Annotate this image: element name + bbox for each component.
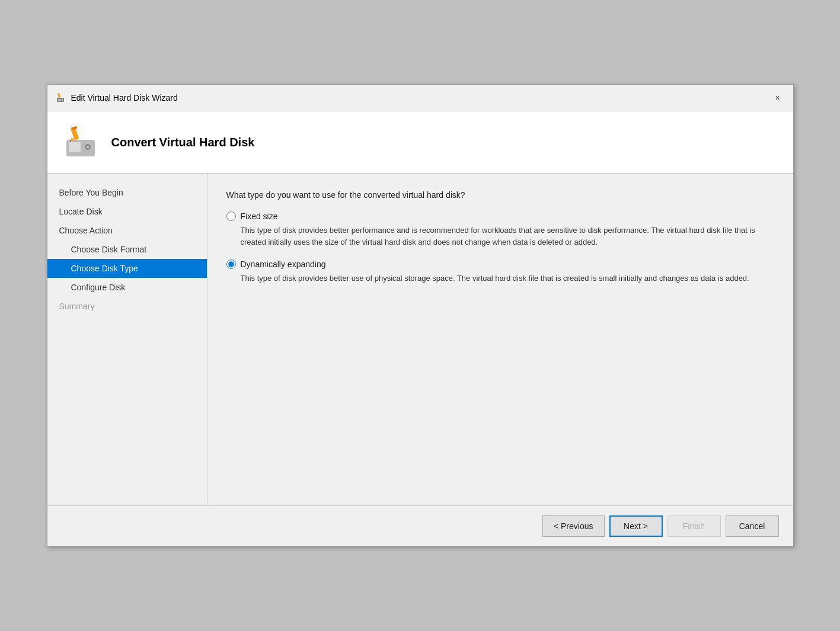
finish-button: Finish: [667, 515, 721, 537]
dynamically-expanding-label[interactable]: Dynamically expanding: [226, 260, 774, 269]
svg-point-8: [87, 146, 89, 148]
header-section: Convert Virtual Hard Disk: [47, 111, 793, 174]
fixed-size-option: Fixed size This type of disk provides be…: [226, 212, 774, 248]
sidebar-item-configure-disk[interactable]: Configure Disk: [47, 278, 207, 297]
previous-button[interactable]: < Previous: [542, 515, 605, 537]
dynamically-expanding-option: Dynamically expanding This type of disk …: [226, 260, 774, 284]
close-button[interactable]: ×: [769, 89, 786, 106]
question-text: What type do you want to use for the con…: [226, 190, 774, 200]
radio-group: Fixed size This type of disk provides be…: [226, 212, 774, 284]
svg-rect-3: [58, 93, 60, 98]
window-title: Edit Virtual Hard Disk Wizard: [71, 93, 178, 103]
cancel-button[interactable]: Cancel: [726, 515, 779, 537]
title-bar-left: Edit Virtual Hard Disk Wizard: [55, 92, 178, 104]
wizard-window: Edit Virtual Hard Disk Wizard × Convert …: [47, 84, 794, 547]
svg-rect-1: [58, 99, 60, 101]
footer: < Previous Next > Finish Cancel: [47, 505, 793, 546]
sidebar-item-before-you-begin[interactable]: Before You Begin: [47, 183, 207, 202]
next-button[interactable]: Next >: [609, 515, 663, 537]
fixed-size-label-text: Fixed size: [241, 212, 278, 221]
content-area: Before You Begin Locate Disk Choose Acti…: [47, 174, 793, 505]
sidebar-item-choose-disk-format[interactable]: Choose Disk Format: [47, 240, 207, 259]
header-title: Convert Virtual Hard Disk: [111, 136, 255, 149]
svg-rect-2: [62, 100, 63, 101]
main-panel: What type do you want to use for the con…: [207, 174, 793, 505]
sidebar-item-choose-action[interactable]: Choose Action: [47, 221, 207, 240]
dynamically-expanding-description: This type of disk provides better use of…: [241, 273, 774, 284]
fixed-size-label[interactable]: Fixed size: [226, 212, 774, 221]
sidebar: Before You Begin Locate Disk Choose Acti…: [47, 174, 207, 505]
fixed-size-description: This type of disk provides better perfor…: [241, 225, 774, 248]
dynamically-expanding-radio[interactable]: [226, 260, 236, 269]
svg-rect-6: [69, 142, 81, 152]
title-icon: [55, 92, 66, 104]
header-icon: [62, 123, 100, 161]
dynamically-expanding-label-text: Dynamically expanding: [241, 260, 326, 269]
sidebar-item-summary: Summary: [47, 297, 207, 316]
title-bar: Edit Virtual Hard Disk Wizard ×: [47, 85, 793, 111]
sidebar-item-choose-disk-type[interactable]: Choose Disk Type: [47, 259, 207, 278]
fixed-size-radio[interactable]: [226, 212, 236, 221]
sidebar-item-locate-disk[interactable]: Locate Disk: [47, 202, 207, 221]
